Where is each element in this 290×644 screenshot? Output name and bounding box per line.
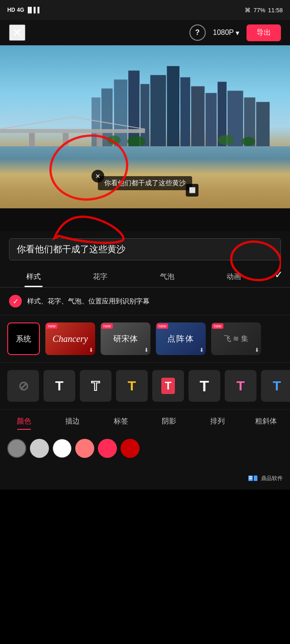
bottom-tab-bar: 颜色 描边 标签 阴影 排列 粗斜体: [0, 409, 290, 432]
resolution-arrow: ▾: [236, 29, 239, 37]
style-icon-none[interactable]: ⊘: [7, 370, 39, 402]
bottom-tab-stroke[interactable]: 描边: [48, 417, 97, 428]
bluetooth-icon: ⌘: [245, 7, 251, 14]
style-icon-blue[interactable]: T: [261, 370, 290, 402]
bottom-tab-shadow[interactable]: 阴影: [145, 417, 193, 428]
bottom-area: 鼎品软件: [0, 467, 290, 490]
font-dianzhenti-download: ⬇: [199, 347, 204, 353]
style-icon-redbg[interactable]: T: [152, 370, 184, 402]
style-icon-large[interactable]: T: [188, 370, 220, 402]
subtitle-close-button[interactable]: ✕: [92, 170, 104, 183]
font-item-dianzhenti[interactable]: 点阵体 new ⬇: [156, 322, 206, 355]
style-icon-yellow[interactable]: T: [116, 370, 148, 402]
close-button[interactable]: ✕: [9, 24, 25, 41]
signal-icon: HD: [7, 7, 15, 13]
svg-rect-8: [191, 86, 205, 151]
video-preview: ✕ 你看他们都干成了这些黄沙 ⬜: [0, 45, 290, 208]
bottom-tab-tag[interactable]: 标签: [97, 417, 145, 428]
watermark-icon: [247, 473, 258, 484]
font-download-icon: ⬇: [89, 347, 93, 353]
color-swatch-darkred[interactable]: [121, 439, 140, 458]
status-bar: HD 4G ▐▌▌▌ ⌘ 77% 11:58: [0, 0, 290, 20]
color-swatch-red[interactable]: [98, 439, 117, 458]
color-swatch-lightgray[interactable]: [30, 439, 49, 458]
svg-line-23: [72, 117, 145, 130]
color-swatch-gray[interactable]: [7, 439, 26, 458]
subtitle-edit-input[interactable]: [9, 238, 281, 260]
font-chancery-badge: new: [46, 323, 58, 329]
style-icons-scroll: ⊘ T T T T T T T ›: [0, 370, 290, 402]
tab-animation[interactable]: 动画: [201, 268, 268, 287]
svg-rect-5: [150, 75, 166, 151]
tab-bar: 样式 花字 气泡 动画 ✓: [0, 264, 290, 288]
svg-rect-13: [256, 102, 270, 151]
signal-bars: ▐▌▌▌: [26, 7, 41, 13]
font-item-yangsong[interactable]: 研宋体 new ⬇: [101, 322, 150, 355]
style-icons-section: ⊘ T T T T T T T ›: [0, 362, 290, 409]
svg-point-17: [242, 137, 256, 146]
text-edit-area: [0, 231, 290, 264]
apply-all-row: ✓ 样式、花字、气泡、位置应用到识别字幕: [0, 288, 290, 315]
spacer: [0, 208, 290, 231]
tab-confirm-button[interactable]: ✓: [267, 269, 290, 286]
tab-style[interactable]: 样式: [0, 268, 67, 287]
font-dianzhenti-badge: new: [157, 323, 168, 329]
style-icon-pink[interactable]: T: [225, 370, 256, 402]
svg-rect-7: [180, 77, 190, 151]
svg-line-22: [0, 117, 72, 130]
resolution-button[interactable]: 1080P ▾: [213, 29, 239, 37]
svg-rect-6: [167, 66, 179, 151]
font-system-label: 系统: [16, 334, 31, 344]
bottom-tab-arrange[interactable]: 排列: [193, 417, 242, 428]
font-chancery-label: Chancery: [53, 334, 88, 344]
font-dianzhenti-label: 点阵体: [167, 333, 194, 344]
help-button[interactable]: ?: [189, 24, 206, 41]
svg-rect-9: [205, 93, 217, 151]
font-feishu-download: ⬇: [255, 347, 259, 353]
font-feishu-badge: new: [212, 323, 223, 329]
battery-text: 77%: [253, 7, 265, 14]
top-toolbar: ✕ ? 1080P ▾ 导出: [0, 20, 290, 45]
font-scroll-list: 系统 Chancery new ⬇ 研宋体 new ⬇ 点阵体 new ⬇: [0, 322, 290, 355]
time-display: 11:58: [268, 7, 283, 14]
subtitle-overlay: ✕ 你看他们都干成了这些黄沙 ⬜: [98, 176, 192, 190]
apply-all-checkbox[interactable]: ✓: [9, 295, 22, 308]
font-yangsong-label: 研宋体: [113, 333, 138, 344]
svg-rect-18: [0, 129, 145, 133]
bottom-tab-color[interactable]: 颜色: [0, 417, 48, 428]
tab-huazi[interactable]: 花字: [67, 268, 134, 287]
network-icon: 4G: [17, 7, 24, 13]
svg-rect-27: [254, 476, 257, 481]
font-yangsong-download: ⬇: [144, 347, 149, 353]
toolbar-right: ? 1080P ▾ 导出: [189, 24, 281, 41]
style-icon-outline[interactable]: T: [80, 370, 111, 402]
color-swatch-lightred[interactable]: [75, 439, 94, 458]
bottom-tab-bolditalic[interactable]: 粗斜体: [242, 417, 290, 428]
svg-point-16: [218, 135, 234, 145]
subtitle-text: 你看他们都干成了这些黄沙: [104, 179, 186, 187]
resolution-label: 1080P: [213, 29, 234, 37]
font-feishu-label: 飞 ≋ 集: [224, 334, 248, 344]
color-swatches: [0, 432, 290, 467]
svg-rect-28: [249, 476, 252, 477]
tab-bubble[interactable]: 气泡: [134, 268, 201, 287]
status-right: ⌘ 77% 11:58: [245, 7, 283, 14]
watermark: 鼎品软件: [247, 473, 283, 484]
export-button[interactable]: 导出: [246, 24, 281, 41]
subtitle-resize-handle[interactable]: ⬜: [186, 184, 198, 197]
status-left: HD 4G ▐▌▌▌: [7, 7, 41, 13]
color-swatch-white[interactable]: [53, 439, 72, 458]
font-item-system[interactable]: 系统: [7, 322, 40, 355]
style-icon-plain[interactable]: T: [44, 370, 75, 402]
watermark-text: 鼎品软件: [261, 475, 283, 482]
font-item-feishu[interactable]: 飞 ≋ 集 new ⬇: [211, 322, 261, 355]
font-section: 系统 Chancery new ⬇ 研宋体 new ⬇ 点阵体 new ⬇: [0, 315, 290, 362]
font-yangsong-badge: new: [102, 323, 113, 329]
svg-rect-29: [249, 478, 252, 479]
font-item-chancery[interactable]: Chancery new ⬇: [45, 322, 95, 355]
apply-all-label: 样式、花字、气泡、位置应用到识别字幕: [27, 297, 150, 306]
